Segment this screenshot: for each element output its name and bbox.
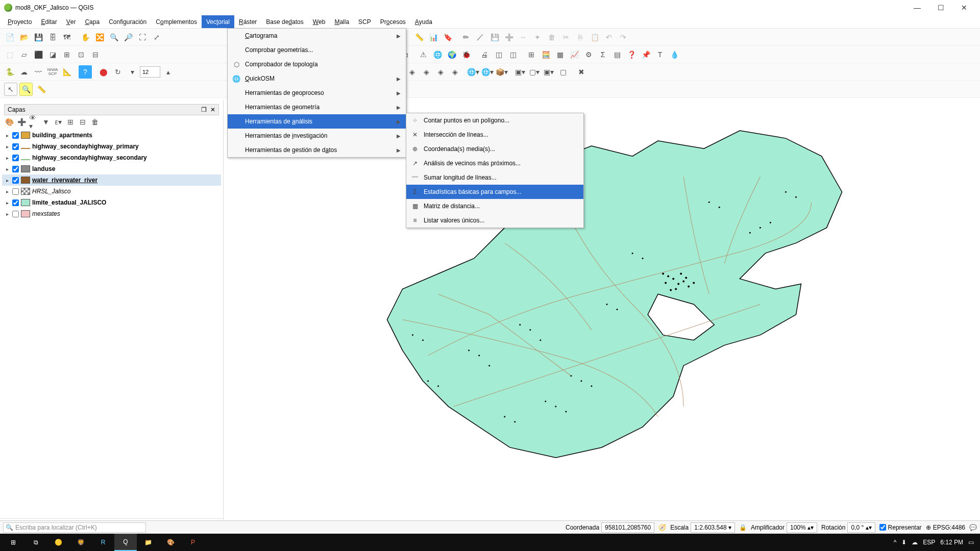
red-drop-icon[interactable]: ⬤ — [97, 65, 110, 79]
new-project-icon[interactable]: 📄 — [3, 31, 16, 44]
node-tool-icon[interactable]: ✦ — [531, 31, 544, 44]
scale-spin-input[interactable] — [140, 66, 160, 78]
dropdown-1-icon[interactable]: ▾ — [126, 65, 139, 79]
filter-icon[interactable]: ▼ — [41, 117, 51, 127]
analysis-item[interactable]: ↗Análisis de vecinos más próximos... — [406, 156, 583, 170]
layer-item[interactable]: ▸highway_secondayhighway_primary — [2, 141, 221, 152]
onedrive-icon[interactable]: ☁ — [912, 539, 918, 546]
layer-item[interactable]: ▸building_apartments — [2, 130, 221, 141]
layer-checkbox[interactable] — [12, 211, 19, 217]
vectorial-item[interactable]: Herramientas de gestión de datos▶ — [228, 143, 406, 157]
menu-vectorial[interactable]: Vectorial — [202, 15, 234, 28]
final-tool-icon[interactable]: ✖ — [575, 65, 588, 79]
scale-lock-icon[interactable]: 🔒 — [739, 524, 747, 531]
layer-checkbox[interactable] — [12, 177, 19, 184]
analysis-item[interactable]: ▦Matriz de distancia... — [406, 199, 583, 213]
zoom-out-icon[interactable]: 🔎 — [121, 31, 135, 44]
wave-icon[interactable]: 〰 — [32, 65, 45, 79]
measure-icon[interactable]: 📏 — [412, 31, 426, 44]
bug-icon[interactable]: 🐞 — [459, 48, 473, 61]
task-view-icon[interactable]: ⧉ — [24, 534, 47, 551]
layer-item[interactable]: ▸limite_estadual_JALISCO — [2, 197, 221, 208]
tool-d1-icon[interactable]: ◫ — [492, 48, 505, 61]
vectorial-item[interactable]: Herramientas de geoproceso▶ — [228, 86, 406, 100]
scale-value[interactable]: 1:2.603.548 ▾ — [691, 522, 735, 533]
zoom-sel-icon[interactable]: 🔍 — [19, 83, 33, 96]
analysis-item[interactable]: 〰Sumar longitud de líneas... — [406, 170, 583, 185]
powerpoint-icon[interactable]: P — [182, 534, 204, 551]
lock-icon[interactable]: 🧭 — [658, 524, 666, 531]
globe-d2-icon[interactable]: 🌐▾ — [481, 65, 494, 79]
vectorial-item[interactable]: ⬡Comprobador de topología — [228, 57, 406, 71]
analysis-item[interactable]: ≡Listar valores únicos... — [406, 213, 583, 228]
vectorial-item[interactable]: Comprobar geometrías... — [228, 43, 406, 57]
select-poly-icon[interactable]: ▱ — [17, 48, 31, 61]
ruler-icon[interactable]: 📐 — [60, 65, 74, 79]
sel-tool-3-icon[interactable]: ▣▾ — [542, 65, 555, 79]
delete-icon[interactable]: 🗑 — [545, 31, 558, 44]
attr-table-icon[interactable]: ▤ — [610, 48, 624, 61]
mag-value[interactable]: 100% ▴▾ — [787, 522, 817, 533]
coord-value[interactable]: 958101,2085760 — [601, 522, 654, 533]
info-blue-icon[interactable]: ? — [79, 65, 92, 79]
select-remove-icon[interactable]: ◪ — [46, 48, 59, 61]
expand-icon[interactable]: ⊞ — [65, 117, 76, 127]
analysis-item[interactable]: ✕Intersección de líneas... — [406, 128, 583, 142]
sigma-icon[interactable]: Σ — [596, 48, 609, 61]
grid-tool-icon[interactable]: ⊞ — [525, 48, 538, 61]
tool-d2-icon[interactable]: ◫ — [506, 48, 520, 61]
zoom-layer-icon[interactable]: ⤢ — [150, 31, 163, 44]
help-icon[interactable]: ❓ — [625, 48, 638, 61]
zoom-in-icon[interactable]: 🔍 — [107, 31, 120, 44]
layer-checkbox[interactable] — [12, 166, 19, 172]
cut-icon[interactable]: ✂ — [559, 31, 573, 44]
tray-chevron-icon[interactable]: ^ — [894, 539, 897, 546]
menu-complementos[interactable]: Complementos — [151, 15, 202, 28]
map-canvas[interactable] — [224, 100, 980, 532]
minimize-button[interactable]: — — [905, 0, 929, 15]
cursor-icon[interactable]: ↖ — [4, 83, 17, 96]
vectorial-item[interactable]: Cartograma▶ — [228, 29, 406, 43]
select-arrow-icon[interactable]: ⬚ — [3, 48, 16, 61]
layer-checkbox[interactable] — [12, 188, 19, 195]
ruler2-icon[interactable]: 📏 — [35, 83, 48, 96]
clock[interactable]: 6:12 PM — [940, 539, 963, 546]
messages-icon[interactable]: 💬 — [969, 524, 977, 531]
layer-checkbox[interactable] — [12, 155, 19, 161]
layer-item[interactable]: ▸landuse — [2, 163, 221, 174]
vectorial-item[interactable]: 🌐QuickOSM▶ — [228, 71, 406, 86]
remove-layer-icon[interactable]: 🗑 — [90, 117, 100, 127]
panel-close-icon[interactable]: ✕ — [210, 106, 215, 113]
close-button[interactable]: ✕ — [952, 0, 976, 15]
analysis-item[interactable]: ΣEstadísticas básicas para campos... — [406, 185, 583, 199]
vectorial-item[interactable]: Herramientas de geometría▶ — [228, 100, 406, 114]
layout-manager-icon[interactable]: 🗺 — [60, 31, 74, 44]
layer-v2-icon[interactable]: ◈ — [405, 65, 419, 79]
qgis-taskbar-icon[interactable]: Q — [114, 534, 137, 551]
layer-item[interactable]: ▸highway_secondayhighway_secondary — [2, 152, 221, 163]
menu-web[interactable]: Web — [308, 15, 330, 28]
menu-procesos[interactable]: Procesos — [376, 15, 410, 28]
render-field[interactable]: Representar — [879, 524, 922, 531]
warning-icon[interactable]: ⚠ — [416, 48, 430, 61]
pan-selection-icon[interactable]: 🔀 — [93, 31, 106, 44]
menu-malla[interactable]: Malla — [330, 15, 354, 28]
edit-line-icon[interactable]: ／ — [474, 31, 487, 44]
redo-icon[interactable]: ↷ — [617, 31, 630, 44]
spin-up-icon[interactable]: ▴ — [161, 65, 175, 79]
collapse-icon[interactable]: ⊟ — [78, 117, 88, 127]
brave-icon[interactable]: 🦁 — [69, 534, 92, 551]
layer-v4-icon[interactable]: ◈ — [434, 65, 447, 79]
layer-checkbox[interactable] — [12, 143, 19, 150]
stats-icon[interactable]: 📊 — [427, 31, 440, 44]
layer-item[interactable]: ▸mexstates — [2, 208, 221, 219]
vectorial-item[interactable]: Herramientas de investigación▶ — [228, 129, 406, 143]
save-as-icon[interactable]: 🗄 — [46, 31, 59, 44]
paste-icon[interactable]: 📋 — [588, 31, 601, 44]
r-icon[interactable]: R — [92, 534, 114, 551]
scp-icon[interactable]: NIWASCP — [46, 65, 59, 79]
layer-item[interactable]: ▸HRSL_Jalisco — [2, 186, 221, 197]
box-d-icon[interactable]: 📦▾ — [495, 65, 508, 79]
menu-editar[interactable]: Editar — [36, 15, 61, 28]
text-tool-icon[interactable]: T — [653, 48, 667, 61]
